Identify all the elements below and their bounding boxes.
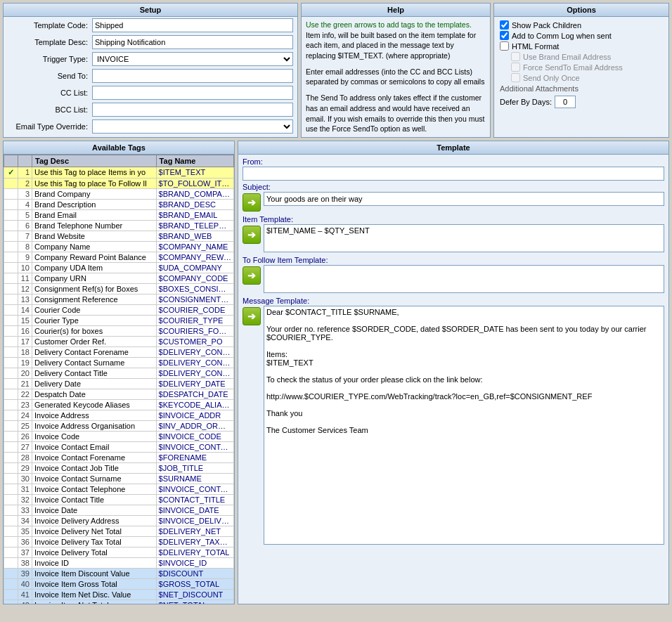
row-check-col [4, 378, 18, 389]
table-row[interactable]: 24Invoice Address$INVOICE_ADDR [4, 410, 234, 420]
row-num: 33 [18, 505, 32, 515]
send-to-input[interactable] [92, 69, 293, 83]
setup-header: Setup [4, 4, 297, 17]
table-row[interactable]: 25Invoice Address Organisation$INV_ADDR_… [4, 420, 234, 431]
template-desc-input[interactable] [92, 35, 293, 49]
to-follow-arrow-button[interactable]: ➔ [243, 266, 261, 285]
row-tag-name: $BRAND_EMAIL [156, 209, 233, 220]
row-desc: Company URN [32, 273, 157, 283]
subject-row: ➔ [243, 192, 664, 212]
show-pack-checkbox[interactable] [500, 20, 509, 30]
row-check-col [4, 336, 18, 346]
table-row[interactable]: 29Invoice Contact Job Title$JOB_TITLE [4, 462, 234, 473]
table-row[interactable]: 42Invoice Item Net Total$NET_TOTAL [4, 600, 234, 604]
row-check-col [4, 283, 18, 294]
table-row[interactable]: 8Company Name$COMPANY_NAME [4, 241, 234, 252]
table-row[interactable]: 15Courier Type$COURIER_TYPE [4, 315, 234, 325]
table-row[interactable]: 17Customer Order Ref.$CUSTOMER_PO [4, 336, 234, 346]
item-template-arrow-button[interactable]: ➔ [243, 226, 261, 244]
table-row[interactable]: 14Courier Code$COURIER_CODE [4, 304, 234, 315]
table-row[interactable]: 19Delivery Contact Surname$DELIVERY_CONT… [4, 357, 234, 368]
use-brand-label: Use Brand Email Address [523, 53, 611, 61]
html-format-checkbox[interactable] [500, 41, 509, 51]
trigger-type-select[interactable]: INVOICE [92, 52, 293, 66]
table-row[interactable]: 9Company Reward Point Balance$COMPANY_RE… [4, 252, 234, 262]
table-row[interactable]: 27Invoice Contact Email$INVOICE_CONTACT_ [4, 441, 234, 452]
table-row[interactable]: 28Invoice Contact Forename$FORENAME [4, 452, 234, 462]
table-row[interactable]: 26Invoice Code$INVOICE_CODE [4, 431, 234, 441]
send-only-once-checkbox[interactable] [511, 73, 520, 82]
table-row[interactable]: 35Invoice Delivery Net Total$DELIVERY_NE… [4, 526, 234, 536]
table-row[interactable]: 11Company URN$COMPANY_CODE [4, 273, 234, 283]
table-row[interactable]: 18Delivery Contact Forename$DELIVERY_CON… [4, 346, 234, 357]
to-follow-textarea[interactable] [264, 265, 664, 293]
message-section: Message Template: ➔ Dear $CONTACT_TITLE … [243, 297, 664, 601]
table-row[interactable]: 39Invoice Item Discount Value$DISCOUNT [4, 568, 234, 578]
row-desc: Brand Telephone Number [32, 220, 157, 231]
row-num: 7 [18, 231, 32, 241]
row-desc: Brand Website [32, 231, 157, 241]
table-row[interactable]: 32Invoice Contact Title$CONTACT_TITLE [4, 494, 234, 505]
table-row[interactable]: 23Generated Keycode Aliases$KEYCODE_ALIA… [4, 399, 234, 410]
table-row[interactable]: 13Consignment Reference$CONSIGNMENT_REF [4, 294, 234, 304]
message-arrow-button[interactable]: ➔ [243, 307, 261, 325]
table-row[interactable]: ✓1Use this Tag to place Items in yo$ITEM… [4, 167, 234, 178]
row-num: 29 [18, 462, 32, 473]
table-row[interactable]: 41Invoice Item Net Disc. Value$NET_DISCO… [4, 589, 234, 600]
item-template-textarea[interactable]: $ITEM_NAME – $QTY_SENT [264, 224, 664, 252]
table-row[interactable]: 16Courier(s) for boxes$COURIERS_FOR_BO [4, 325, 234, 336]
table-row[interactable]: 5Brand Email$BRAND_EMAIL [4, 209, 234, 220]
table-row[interactable]: 38Invoice ID$INVOICE_ID [4, 557, 234, 568]
force-sendto-checkbox[interactable] [511, 63, 520, 72]
force-sendto-label: Force SendTo Email Address [523, 63, 623, 72]
item-template-arrow-icon: ➔ [247, 229, 256, 240]
defer-by-days-row: Defer By Days: [500, 94, 663, 110]
subject-arrow-button[interactable]: ➔ [243, 193, 261, 212]
row-num: 15 [18, 315, 32, 325]
row-desc: Invoice Contact Forename [32, 452, 157, 462]
table-row[interactable]: 40Invoice Item Gross Total$GROSS_TOTAL [4, 578, 234, 589]
row-tag-name: $ITEM_TEXT [156, 167, 233, 178]
row-desc: Company Reward Point Balance [32, 252, 157, 262]
table-row[interactable]: 6Brand Telephone Number$BRAND_TELEPHONE [4, 220, 234, 231]
email-type-select[interactable] [92, 119, 293, 134]
table-row[interactable]: 20Delivery Contact Title$DELIVERY_CONTAC [4, 368, 234, 378]
table-row[interactable]: 33Invoice Date$INVOICE_DATE [4, 505, 234, 515]
template-code-input[interactable] [92, 18, 293, 32]
row-desc: Invoice Item Net Disc. Value [32, 589, 157, 600]
row-check-col [4, 441, 18, 452]
row-check-col [4, 304, 18, 315]
table-row[interactable]: 22Despatch Date$DESPATCH_DATE [4, 389, 234, 399]
use-brand-checkbox[interactable] [511, 52, 520, 61]
table-row[interactable]: 3Brand Company$BRAND_COMPANY [4, 188, 234, 199]
subject-input[interactable] [264, 192, 664, 206]
table-row[interactable]: 7Brand Website$BRAND_WEB [4, 231, 234, 241]
table-row[interactable]: 36Invoice Delivery Tax Total$DELIVERY_TA… [4, 536, 234, 547]
table-row[interactable]: 4Brand Description$BRAND_DESC [4, 199, 234, 209]
table-row[interactable]: 34Invoice Delivery Address$INVOICE_DELIV… [4, 515, 234, 526]
template-code-label: Template Code: [8, 21, 92, 30]
message-textarea[interactable]: Dear $CONTACT_TITLE $SURNAME, Your order… [264, 306, 664, 545]
table-row[interactable]: 30Invoice Contact Surname$SURNAME [4, 473, 234, 484]
row-check-col [4, 473, 18, 484]
from-section: From: [243, 157, 664, 181]
table-row[interactable]: 12Consignment Ref(s) for Boxes$BOXES_CON… [4, 283, 234, 294]
add-comm-checkbox[interactable] [500, 31, 509, 40]
table-row[interactable]: 21Delivery Date$DELIVERY_DATE [4, 378, 234, 389]
table-row[interactable]: 31Invoice Contact Telephone$INVOICE_CONT… [4, 484, 234, 494]
row-num: 30 [18, 473, 32, 484]
help-text-1: Use the green arrows to add tags to the … [302, 17, 490, 64]
from-input[interactable] [243, 167, 664, 181]
cc-list-input[interactable] [92, 86, 293, 100]
table-row[interactable]: 2Use this Tag to place To Follow Il$TO_F… [4, 178, 234, 188]
row-desc: Invoice Delivery Net Total [32, 526, 157, 536]
tags-table-container[interactable]: Tag Desc Tag Name ✓1Use this Tag to plac… [4, 155, 234, 604]
row-desc: Courier(s) for boxes [32, 325, 157, 336]
bcc-list-input[interactable] [92, 103, 293, 117]
row-num: 35 [18, 526, 32, 536]
table-row[interactable]: 37Invoice Delivery Total$DELIVERY_TOTAL [4, 547, 234, 557]
table-row[interactable]: 10Company UDA Item$UDA_COMPANY [4, 262, 234, 273]
message-arrow-icon: ➔ [247, 311, 256, 322]
help-text-3: The Send To address only takes effect if… [302, 90, 490, 137]
defer-days-input[interactable] [555, 96, 576, 108]
